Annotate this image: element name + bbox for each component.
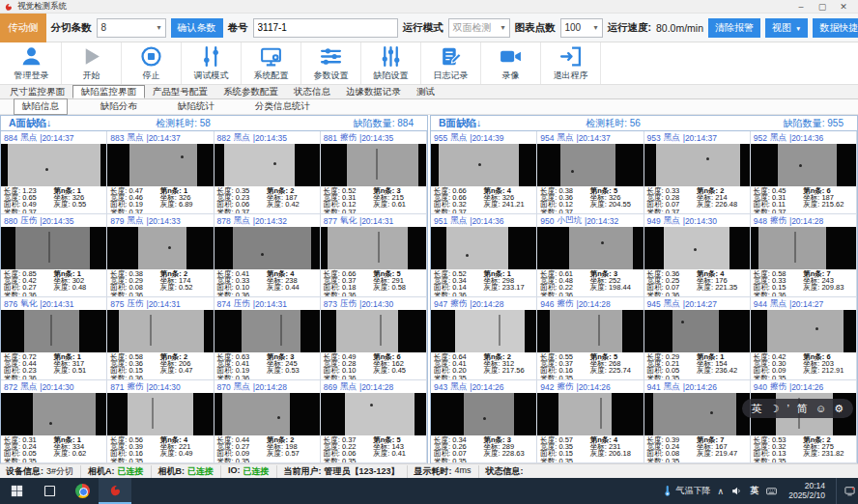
gear-icon[interactable]: ⚙	[834, 403, 844, 415]
defect-cell[interactable]: 878 黑点 |20:14:32 长度: 0.41 宽度: 0.33 面积: 0…	[214, 214, 321, 297]
defect-cell[interactable]: 952 黑点 |20:14:36 长度: 0.45 宽度: 0.31 面积: 0…	[751, 131, 857, 214]
defect-image	[751, 227, 856, 269]
data-quick-access-button[interactable]: 数据快捷访问	[813, 18, 858, 38]
emoji-icon[interactable]: ☺	[815, 403, 826, 414]
lang-en-toggle[interactable]: 英	[752, 402, 762, 416]
main-tab-1[interactable]: 缺陷监控界面	[72, 85, 145, 98]
confirm-strips-button[interactable]: 确认条数	[171, 18, 223, 38]
defect-meters: 米数: 0.35	[110, 458, 156, 463]
main-tab-0[interactable]: 尺寸监控界面	[2, 85, 72, 98]
defect-cell[interactable]: 954 黑点 |20:14:37 长度: 0.38 宽度: 0.36 面积: 0…	[537, 131, 644, 214]
inspection-app-icon[interactable]	[99, 478, 131, 504]
defect-cell[interactable]: 941 黑点 |20:14:26 长度: 0.39 宽度: 0.24 面积: 0…	[644, 380, 751, 463]
sub-tab-3[interactable]: 分类信息统计	[247, 99, 318, 114]
sub-tab-0[interactable]: 缺陷信息	[14, 98, 68, 115]
defect-cell[interactable]: 946 擦伤 |20:14:28 长度: 0.55 宽度: 0.37 面积: 0…	[537, 297, 644, 380]
maximize-button[interactable]: ▢	[812, 0, 833, 13]
simplified-toggle[interactable]: 简	[797, 402, 808, 416]
run-mode-select[interactable]: 双面检测	[448, 18, 510, 38]
status-bar: 设备信息:3#分切 相机A:已连接 相机B:已连接 IO:已连接 当前用户:管理…	[0, 463, 858, 478]
defect-cell[interactable]: 883 黑点 |20:14:37 长度: 0.47 宽度: 0.46 面积: 0…	[107, 131, 214, 214]
defect-cell[interactable]: 884 黑点 |20:14:37 长度: 1.23 宽度: 0.65 面积: 0…	[1, 131, 107, 214]
punctuation-toggle[interactable]: ’	[786, 403, 788, 414]
toolbar-button-user[interactable]: 管理登录	[2, 42, 62, 84]
defect-image	[431, 144, 536, 186]
notification-center-icon[interactable]	[844, 485, 856, 497]
sub-tab-2[interactable]: 缺陷统计	[170, 99, 222, 114]
defect-cell[interactable]: 947 擦伤 |20:14:28 长度: 0.64 宽度: 0.41 面积: 0…	[431, 297, 537, 380]
defect-cell[interactable]: 950 小凹坑 |20:14:32 长度: 0.61 宽度: 0.48 面积: …	[537, 214, 644, 297]
main-tab-6[interactable]: 测试	[409, 85, 443, 98]
toolbar-button-video-camera[interactable]: 录像	[481, 42, 541, 84]
touch-keyboard-icon[interactable]	[765, 485, 778, 497]
toolbar-button-sliders-horizontal[interactable]: 参数设置	[301, 42, 361, 84]
panel-b-title[interactable]: B面缺陷↓	[439, 117, 481, 130]
defect-timestamp: |20:14:32	[253, 216, 287, 226]
browser-icon[interactable]	[66, 478, 99, 504]
drive-side-label: 传动侧	[0, 14, 46, 42]
main-tab-3[interactable]: 系统参数配置	[215, 85, 286, 98]
defect-cell[interactable]: 869 黑点 |20:14:28 长度: 0.37 宽度: 0.22 面积: 0…	[321, 380, 427, 463]
defect-photo-strip	[767, 310, 844, 352]
tray-expand-caret[interactable]: ∧	[718, 487, 725, 496]
sub-tab-1[interactable]: 缺陷分布	[93, 99, 145, 114]
toolbar-button-exit-door[interactable]: 退出程序	[541, 42, 601, 84]
defect-cell[interactable]: 943 黑点 |20:14:26 长度: 0.34 宽度: 0.26 面积: 0…	[431, 380, 537, 463]
main-tab-5[interactable]: 边缘数据记录	[338, 85, 409, 98]
toolbar-button-debug-sliders[interactable]: 调试模式	[182, 42, 242, 84]
roll-number-input[interactable]	[253, 18, 398, 38]
defect-cell[interactable]: 951 黑点 |20:14:36 长度: 0.52 宽度: 0.34 面积: 0…	[431, 214, 537, 297]
main-tab-2[interactable]: 产品型号配置	[145, 85, 215, 98]
clear-alarm-button[interactable]: 清除报警	[708, 18, 760, 38]
ime-language-bar[interactable]: 英☽’简☺⚙	[742, 399, 853, 418]
defect-cell[interactable]: 870 黑点 |20:14:28 长度: 0.44 宽度: 0.27 面积: 0…	[214, 380, 321, 463]
toolbar-button-play[interactable]: 开始	[62, 42, 122, 84]
minimize-button[interactable]: –	[790, 0, 812, 13]
defect-cell[interactable]: 881 擦伤 |20:14:35 长度: 0.52 宽度: 0.31 面积: 0…	[321, 131, 427, 214]
defect-timestamp: |20:14:28	[359, 382, 393, 392]
defect-cell[interactable]: 940 擦伤 |20:14:26 长度: 0.53 宽度: 0.32 面积: 0…	[751, 380, 857, 463]
defect-cell[interactable]: 942 擦伤 |20:14:26 长度: 0.57 宽度: 0.35 面积: 0…	[537, 380, 644, 463]
defect-cell[interactable]: 945 黑点 |20:14:27 长度: 0.29 宽度: 0.21 面积: 0…	[644, 297, 751, 380]
halfmoon-icon[interactable]: ☽	[770, 403, 780, 415]
defect-grayscale: 灰度: 233.17	[483, 284, 533, 291]
defect-cell[interactable]: 949 黑点 |20:14:30 长度: 0.36 宽度: 0.25 面积: 0…	[644, 214, 751, 297]
defect-cell[interactable]: 953 黑点 |20:14:37 长度: 0.33 宽度: 0.28 面积: 0…	[644, 131, 751, 214]
defect-info: 长度: 1.23 宽度: 0.65 面积: 0.49 米数: 0.37 第n条:…	[1, 186, 106, 214]
main-tab-4[interactable]: 状态信息	[286, 85, 338, 98]
weather-widget[interactable]: 气温下降	[661, 485, 711, 497]
defect-cell[interactable]: 944 黑点 |20:14:27 长度: 0.42 宽度: 0.30 面积: 0…	[751, 297, 857, 380]
toolbar-button-log-pencil[interactable]: 日志记录	[421, 42, 481, 84]
defect-cell[interactable]: 882 黑点 |20:14:35 长度: 0.35 宽度: 0.23 面积: 0…	[214, 131, 321, 214]
toolbar-button-stop[interactable]: 停止	[122, 42, 182, 84]
defect-cell[interactable]: 879 黑点 |20:14:33 长度: 0.38 宽度: 0.29 面积: 0…	[107, 214, 214, 297]
defect-cell[interactable]: 871 擦伤 |20:14:30 长度: 0.56 宽度: 0.39 面积: 0…	[107, 380, 214, 463]
defect-cell[interactable]: 876 氧化 |20:14:31 长度: 0.72 宽度: 0.44 面积: 0…	[1, 297, 107, 380]
defect-cell[interactable]: 877 氧化 |20:14:31 长度: 0.66 宽度: 0.37 面积: 0…	[321, 214, 427, 297]
chart-points-select[interactable]: 100	[560, 18, 603, 38]
defect-cell[interactable]: 874 压伤 |20:14:31 长度: 0.63 宽度: 0.41 面积: 0…	[214, 297, 321, 380]
language-indicator[interactable]: 英	[750, 485, 758, 497]
defect-cell[interactable]: 872 黑点 |20:14:30 长度: 0.31 宽度: 0.24 面积: 0…	[1, 380, 107, 463]
defect-cell[interactable]: 948 擦伤 |20:14:28 长度: 0.58 宽度: 0.33 面积: 0…	[751, 214, 857, 297]
defect-mark	[261, 253, 264, 256]
toolbar-button-monitor-gear[interactable]: 系统配置	[242, 42, 301, 84]
task-view-icon[interactable]	[33, 478, 66, 504]
toolbar-button-sliders-vertical[interactable]: 缺陷设置	[361, 42, 421, 84]
defect-type: 黑点	[450, 215, 467, 227]
volume-icon[interactable]	[730, 485, 743, 497]
view-menu-button[interactable]: 视图	[765, 18, 808, 38]
strip-count-select[interactable]: 8	[97, 18, 166, 38]
defect-cell[interactable]: 880 压伤 |20:14:35 长度: 0.85 宽度: 0.42 面积: 0…	[1, 214, 107, 297]
defect-cell[interactable]: 955 黑点 |20:14:39 长度: 0.66 宽度: 0.66 面积: 0…	[431, 131, 537, 214]
defect-cell[interactable]: 875 压伤 |20:14:31 长度: 0.58 宽度: 0.36 面积: 0…	[107, 297, 214, 380]
panel-a-title[interactable]: A面缺陷↓	[9, 117, 51, 130]
defect-timestamp: |20:14:37	[146, 133, 180, 143]
defect-cell[interactable]: 873 压伤 |20:14:30 长度: 0.49 宽度: 0.28 面积: 0…	[321, 297, 427, 380]
defect-cell-header: 872 黑点 |20:14:30	[1, 380, 106, 393]
taskbar-clock[interactable]: 20:14 2025/2/10	[785, 482, 829, 500]
defect-timestamp: |20:14:36	[470, 216, 503, 226]
close-button[interactable]: ✕	[833, 0, 854, 13]
start-button[interactable]	[0, 478, 33, 504]
defect-info: 长度: 0.61 宽度: 0.48 面积: 0.22 米数: 0.36 第n条:…	[537, 269, 643, 297]
